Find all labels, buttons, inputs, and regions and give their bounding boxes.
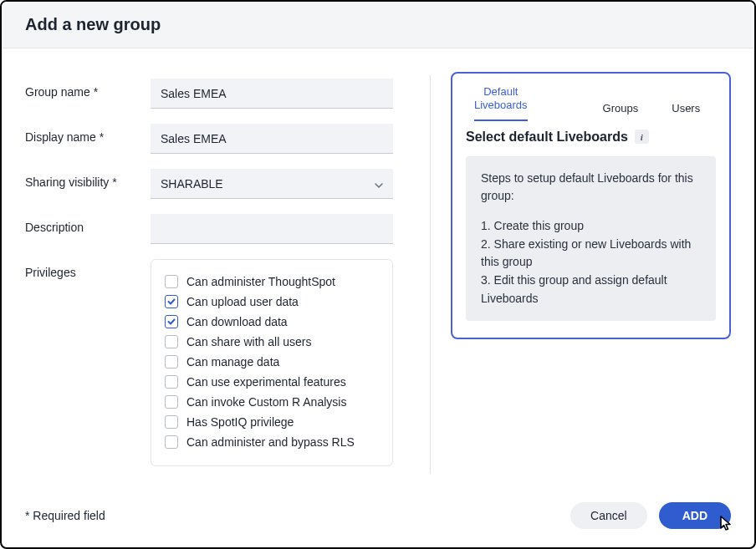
row-description: Description (25, 214, 410, 244)
dialog-body: Group name * Display name * Sharing visi… (2, 48, 754, 491)
privilege-item[interactable]: Can invoke Custom R Analysis (165, 392, 379, 412)
privilege-label: Can download data (186, 315, 288, 328)
label-sharing-visibility: Sharing visibility * (25, 169, 151, 199)
privilege-label: Can invoke Custom R Analysis (186, 395, 346, 409)
steps-list: 1. Create this group2. Share existing or… (481, 217, 701, 308)
checkbox-icon[interactable] (165, 375, 178, 389)
checkbox-icon[interactable] (165, 275, 178, 288)
step-line: 2. Share existing or new Liveboards with… (481, 236, 701, 272)
info-icon[interactable]: i (635, 130, 649, 144)
checkbox-icon[interactable] (165, 315, 178, 328)
dialog-footer: * Required field Cancel ADD (2, 491, 754, 547)
privileges-box: Can administer ThoughtSpotCan upload use… (151, 259, 393, 466)
row-privileges: Privileges Can administer ThoughtSpotCan… (25, 259, 410, 466)
group-name-input[interactable] (151, 79, 393, 109)
privilege-label: Can administer and bypass RLS (186, 435, 355, 449)
liveboards-panel: Default LiveboardsGroupsUsers Select def… (451, 72, 731, 339)
checkbox-icon[interactable] (165, 435, 178, 449)
privilege-item[interactable]: Can download data (165, 312, 379, 332)
required-note: * Required field (25, 509, 105, 522)
label-description: Description (25, 214, 151, 244)
checkbox-icon[interactable] (165, 415, 178, 429)
checkbox-icon[interactable] (165, 335, 178, 348)
privilege-item[interactable]: Has SpotIQ privilege (165, 412, 379, 432)
dialog-title: Add a new group (25, 15, 731, 34)
privilege-item[interactable]: Can administer ThoughtSpot (165, 272, 379, 292)
label-group-name: Group name * (25, 79, 151, 109)
step-line: 3. Edit this group and assign default Li… (481, 272, 701, 308)
dialog-header: Add a new group (2, 2, 754, 48)
privilege-item[interactable]: Can share with all users (165, 332, 379, 352)
panel-tabs: Default LiveboardsGroupsUsers (466, 85, 716, 121)
privilege-item[interactable]: Can manage data (165, 352, 379, 372)
privilege-item[interactable]: Can use experimental features (165, 372, 379, 392)
tab-default-liveboards[interactable]: Default Liveboards (474, 85, 528, 121)
privilege-label: Can manage data (186, 355, 279, 369)
label-display-name: Display name * (25, 124, 151, 154)
row-sharing-visibility: Sharing visibility * (25, 169, 410, 199)
section-title: Select default Liveboards (466, 130, 628, 145)
label-privileges: Privileges (25, 259, 151, 466)
tab-groups[interactable]: Groups (603, 102, 639, 121)
form-left: Group name * Display name * Sharing visi… (25, 72, 410, 491)
row-group-name: Group name * (25, 79, 410, 109)
privilege-label: Has SpotIQ privilege (186, 415, 294, 429)
sharing-visibility-select[interactable] (151, 169, 393, 199)
privilege-label: Can upload user data (186, 295, 299, 308)
privilege-label: Can use experimental features (186, 375, 346, 389)
cancel-button[interactable]: Cancel (570, 502, 647, 529)
description-input[interactable] (151, 214, 393, 244)
add-group-dialog: Add a new group Group name * Display nam… (0, 0, 756, 549)
section-title-row: Select default Liveboards i (466, 130, 716, 145)
privilege-label: Can administer ThoughtSpot (186, 275, 335, 288)
steps-box: Steps to setup default Liveboards for th… (466, 156, 716, 322)
divider (430, 75, 431, 474)
step-line: 1. Create this group (481, 217, 701, 236)
right-panel-container: Default LiveboardsGroupsUsers Select def… (451, 72, 731, 491)
checkbox-icon[interactable] (165, 395, 178, 409)
add-button[interactable]: ADD (659, 502, 731, 529)
checkbox-icon[interactable] (165, 295, 178, 308)
tab-users[interactable]: Users (672, 102, 700, 121)
sharing-visibility-value[interactable] (151, 169, 393, 199)
privilege-item[interactable]: Can upload user data (165, 292, 379, 312)
display-name-input[interactable] (151, 124, 393, 154)
privilege-label: Can share with all users (186, 335, 311, 348)
privilege-item[interactable]: Can administer and bypass RLS (165, 432, 379, 452)
checkbox-icon[interactable] (165, 355, 178, 369)
steps-intro: Steps to setup default Liveboards for th… (481, 170, 701, 206)
row-display-name: Display name * (25, 124, 410, 154)
